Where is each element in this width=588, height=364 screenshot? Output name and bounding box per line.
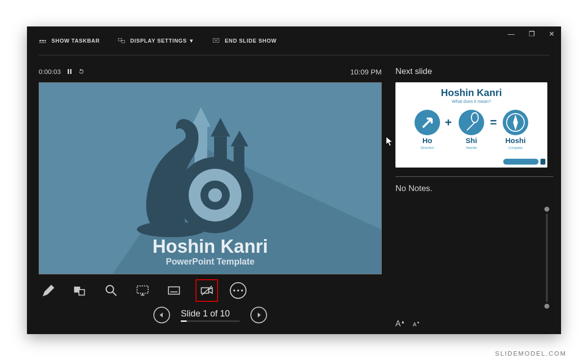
font-increase-button[interactable]: A▲ (395, 319, 405, 328)
presenter-view-window: SHOW TASKBAR DISPLAY SETTINGS ▼ END SLID… (27, 26, 561, 334)
svg-text:+: + (445, 116, 452, 129)
svg-text:=: = (490, 116, 497, 129)
clock: 10:09 PM (350, 68, 382, 76)
notes-scrollbar[interactable] (544, 207, 549, 309)
content-area: 0:00:03 10:09 PM (39, 65, 553, 328)
show-taskbar-button[interactable]: SHOW TASKBAR (39, 37, 100, 45)
next-slide-button[interactable] (250, 307, 267, 323)
next-slide-thumbnail[interactable]: Hoshin Kanri What does it mean? Ho Direc… (395, 82, 547, 168)
close-button[interactable]: ✕ (549, 30, 555, 37)
svg-text:Hoshin Kanri: Hoshin Kanri (152, 236, 268, 257)
svg-text:Ho: Ho (422, 136, 432, 145)
svg-point-45 (459, 110, 484, 135)
svg-marker-36 (160, 313, 163, 317)
svg-text:Hoshi: Hoshi (505, 136, 526, 145)
pen-tool[interactable] (39, 281, 58, 300)
svg-text:PowerPoint Template: PowerPoint Template (166, 257, 254, 267)
restart-icon[interactable] (78, 69, 84, 74)
end-slide-show-label: END SLIDE SHOW (225, 38, 277, 44)
svg-text:Needle: Needle (466, 146, 477, 149)
svg-rect-32 (169, 287, 180, 294)
svg-rect-56 (503, 159, 539, 165)
svg-text:Direction: Direction (420, 146, 434, 149)
svg-rect-29 (137, 286, 148, 293)
svg-point-22 (208, 188, 222, 202)
see-all-slides-button[interactable] (70, 281, 90, 300)
end-show-icon (212, 37, 220, 45)
svg-rect-57 (540, 159, 545, 165)
main-panel: 0:00:03 10:09 PM (39, 65, 382, 328)
svg-text:Hoshin Kanri: Hoshin Kanri (441, 87, 502, 98)
presenter-tools (39, 274, 382, 302)
svg-rect-8 (70, 69, 72, 74)
speaker-notes: No Notes. (395, 184, 553, 316)
svg-rect-1 (42, 40, 44, 42)
svg-rect-2 (45, 40, 46, 42)
restore-button[interactable]: ❐ (529, 30, 536, 37)
taskbar-icon (39, 37, 47, 45)
display-settings-icon (118, 37, 125, 45)
minimize-button[interactable]: — (508, 30, 515, 37)
next-slide-artwork: Hoshin Kanri What does it mean? Ho Direc… (395, 82, 547, 168)
svg-point-27 (106, 286, 114, 293)
slide-meta-bar: 0:00:03 10:09 PM (39, 65, 382, 78)
svg-point-17 (180, 135, 184, 139)
svg-text:Shi: Shi (466, 136, 477, 145)
end-slide-show-button[interactable]: END SLIDE SHOW (212, 37, 277, 45)
prev-slide-button[interactable] (153, 307, 170, 323)
current-slide-preview[interactable]: Hoshin Kanri PowerPoint Template (39, 82, 382, 274)
window-controls: — ❐ ✕ (508, 26, 555, 55)
watermark: SLIDEMODEL.COM (495, 350, 566, 357)
svg-marker-37 (258, 313, 261, 317)
next-slide-label: Next slide (395, 65, 553, 78)
svg-rect-26 (79, 290, 84, 295)
slide-artwork: Hoshin Kanri PowerPoint Template (39, 83, 381, 274)
toolbar: SHOW TASKBAR DISPLAY SETTINGS ▼ END SLID… (27, 26, 561, 55)
svg-text:Compass: Compass (508, 146, 523, 150)
slide-counter: Slide 1 of 10 (181, 309, 240, 322)
pause-icon[interactable] (67, 69, 73, 74)
subtitle-toggle-button[interactable] (164, 281, 184, 300)
camera-off-button[interactable] (196, 279, 218, 302)
display-settings-label: DISPLAY SETTINGS ▼ (130, 38, 195, 44)
svg-text:What does it mean?: What does it mean? (452, 99, 491, 104)
svg-rect-7 (68, 69, 69, 74)
panel-divider (395, 176, 553, 177)
timer-group: 0:00:03 (39, 68, 84, 75)
toolbar-divider (39, 55, 549, 55)
svg-line-28 (113, 292, 117, 296)
zoom-tool[interactable] (101, 281, 121, 300)
slide-progress (181, 320, 240, 322)
font-decrease-button[interactable]: A▼ (413, 321, 420, 327)
svg-rect-0 (39, 40, 41, 42)
notes-font-controls: A▲ A▼ (395, 316, 553, 328)
slide-navigation: Slide 1 of 10 (39, 302, 382, 328)
side-panel: Next slide Hoshin Kanri What does it mea… (395, 65, 553, 328)
show-taskbar-label: SHOW TASKBAR (51, 38, 100, 44)
display-settings-button[interactable]: DISPLAY SETTINGS ▼ (118, 37, 195, 45)
black-screen-button[interactable] (133, 281, 152, 300)
slide-counter-text: Slide 1 of 10 (181, 309, 230, 319)
more-options-button[interactable] (230, 282, 246, 299)
elapsed-time: 0:00:03 (39, 68, 61, 75)
